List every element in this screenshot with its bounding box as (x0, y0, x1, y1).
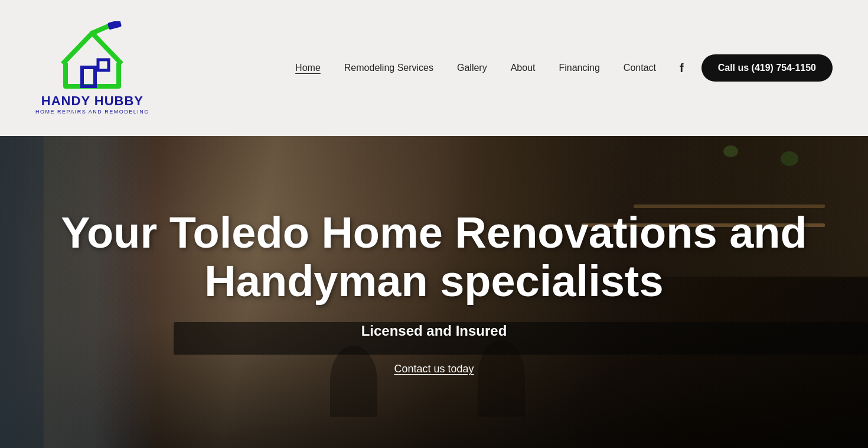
logo-brand: HANDY HUBBY (41, 93, 143, 109)
logo-tagline: HOME REPAIRS AND REMODELING (35, 109, 149, 115)
logo-icon (60, 21, 125, 92)
nav-about[interactable]: About (511, 63, 536, 73)
hero-title: Your Toledo Home Renovations and Handyma… (47, 209, 821, 305)
hero-section: Your Toledo Home Renovations and Handyma… (0, 136, 868, 448)
hero-subtitle: Licensed and Insured (47, 323, 821, 339)
call-button[interactable]: Call us (419) 754-1150 (701, 54, 833, 82)
hero-cta-link[interactable]: Contact us today (394, 363, 474, 375)
logo-area: HANDY HUBBY HOME REPAIRS AND REMODELING (35, 21, 149, 115)
svg-rect-0 (82, 67, 95, 86)
hero-content: Your Toledo Home Renovations and Handyma… (0, 209, 868, 375)
nav-gallery[interactable]: Gallery (457, 63, 487, 73)
facebook-icon[interactable]: f (680, 61, 684, 75)
site-header: HANDY HUBBY HOME REPAIRS AND REMODELING … (0, 0, 868, 136)
svg-rect-1 (98, 60, 109, 70)
main-nav: Home Remodeling Services Gallery About F… (295, 63, 656, 73)
nav-financing[interactable]: Financing (559, 63, 599, 73)
nav-contact[interactable]: Contact (624, 63, 656, 73)
svg-rect-3 (107, 21, 122, 30)
nav-remodeling[interactable]: Remodeling Services (344, 63, 433, 73)
nav-home[interactable]: Home (295, 63, 321, 73)
